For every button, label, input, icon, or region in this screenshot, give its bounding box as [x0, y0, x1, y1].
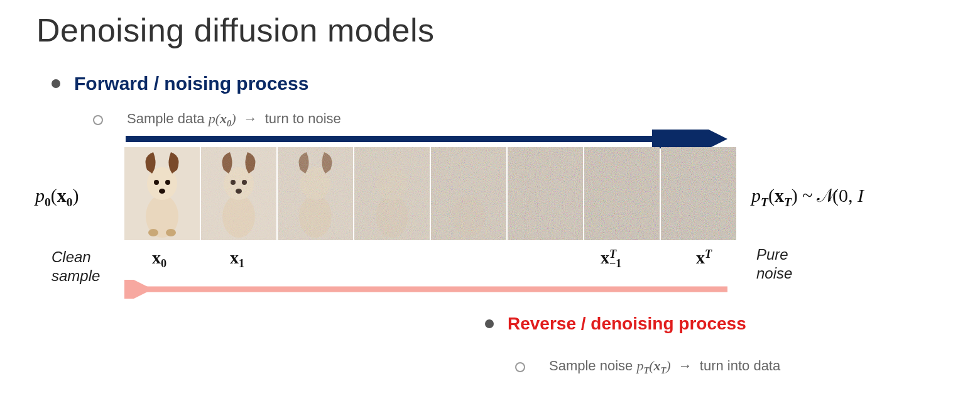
svg-rect-31: [661, 147, 736, 240]
reverse-heading-text: Reverse / denoising process: [508, 314, 746, 334]
diffusion-tile: [661, 147, 736, 240]
svg-rect-30: [584, 147, 660, 240]
forward-subtext: Sample data p(x0) → turn to noise: [127, 111, 341, 129]
left-caption: Clean sample: [52, 248, 100, 285]
diffusion-tile: [584, 147, 660, 240]
left-distribution: p0(x0): [35, 185, 79, 209]
reverse-heading-row: Reverse / denoising process: [485, 314, 746, 334]
xTminus1-label: xT−1: [601, 248, 621, 270]
svg-rect-29: [508, 147, 583, 240]
x-labels: x0 x1 xT−1 xT: [124, 248, 738, 269]
svg-rect-24: [354, 147, 430, 240]
reverse-arrow-icon: [124, 280, 730, 299]
noise-overlay-icon: [278, 147, 353, 240]
diffusion-tile: [278, 147, 353, 240]
svg-rect-27: [431, 147, 506, 240]
svg-rect-16: [201, 147, 276, 240]
arrow-right-icon: →: [678, 358, 692, 373]
x0-label: x0: [152, 248, 166, 270]
left-caption-l2: sample: [52, 267, 100, 284]
diffusion-tile: [124, 147, 200, 240]
forward-heading-row: Forward / noising process: [52, 73, 308, 94]
slide-title: Denoising diffusion models: [36, 11, 435, 49]
noise-overlay-icon: [584, 147, 660, 240]
bullet-open-icon: [515, 362, 525, 372]
forward-heading-text: Forward / noising process: [74, 73, 308, 94]
reverse-subtext: Sample noise pT(xT) → turn into data: [549, 358, 780, 376]
slide: Denoising diffusion models Forward / noi…: [0, 0, 980, 398]
bullet-dot-icon: [485, 319, 494, 328]
forward-subbullet: Sample data p(x0) → turn to noise: [93, 111, 341, 129]
right-caption-l1: Pure: [756, 246, 788, 263]
forward-sub-math: p(x0): [209, 111, 236, 126]
left-caption-l1: Clean: [52, 248, 91, 265]
right-caption-l2: noise: [756, 265, 792, 282]
forward-arrow-icon: [126, 130, 731, 148]
reverse-subbullet: Sample noise pT(xT) → turn into data: [515, 358, 780, 376]
right-distribution: pT(xT) ~ 𝒩(0, I: [751, 185, 864, 209]
arrow-right-icon: →: [244, 111, 258, 126]
diffusion-tile: [431, 147, 506, 240]
svg-rect-20: [278, 147, 353, 240]
diffusion-tile: [508, 147, 583, 240]
forward-sub-prefix: Sample data: [127, 111, 209, 126]
x1-label: x1: [230, 248, 244, 270]
diffusion-tile: [354, 147, 430, 240]
xT-label: xT: [696, 248, 705, 270]
svg-rect-9: [124, 147, 200, 240]
diffusion-strip: [124, 147, 736, 240]
forward-sub-suffix: turn to noise: [265, 111, 341, 126]
reverse-sub-prefix: Sample noise: [549, 358, 636, 373]
reverse-sub-suffix: turn into data: [700, 358, 780, 373]
bullet-dot-icon: [52, 79, 60, 88]
noise-overlay-icon: [661, 147, 736, 240]
diffusion-tile: [201, 147, 276, 240]
right-caption: Pure noise: [756, 245, 792, 283]
noise-overlay-icon: [431, 147, 506, 240]
noise-overlay-icon: [354, 147, 430, 240]
reverse-sub-math: pT(xT): [636, 358, 670, 373]
bullet-open-icon: [93, 115, 103, 125]
noise-overlay-icon: [508, 147, 583, 240]
noise-overlay-icon: [201, 147, 276, 240]
